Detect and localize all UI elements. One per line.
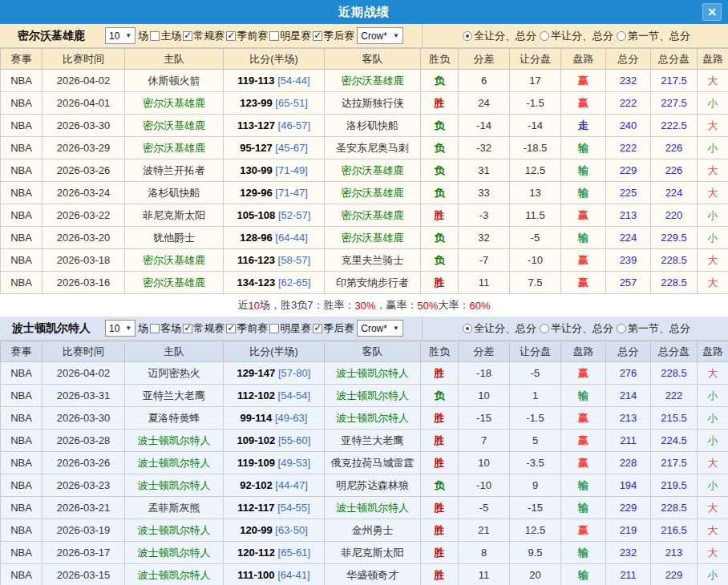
cell-league: NBA <box>1 92 42 115</box>
cell-away-team: 密尔沃基雄鹿 <box>325 227 421 249</box>
cell-score: 116-123 [58-57] <box>224 249 325 272</box>
filter-checkbox[interactable]: 季前赛 <box>224 29 268 43</box>
checkbox-label: 常规赛 <box>193 29 224 43</box>
filter-checkbox[interactable]: 常规赛 <box>181 321 224 336</box>
scope-radio[interactable]: 第一节、总分 <box>617 321 690 336</box>
cell-score: 129-147 [57-80] <box>224 362 325 385</box>
scope-radio[interactable]: 半让分、总分 <box>540 321 613 336</box>
checkbox-icon <box>150 324 160 333</box>
cell-point-diff: 7 <box>459 430 510 452</box>
halftime-score: [71-47] <box>275 187 307 199</box>
bookmaker-select[interactable]: Crow*▼ <box>357 320 403 337</box>
cell-handicap-result: 输 <box>561 182 606 204</box>
game-row: NBA2026-04-02休斯顿火箭119-113 [54-44]密尔沃基雄鹿负… <box>1 70 728 92</box>
cell-date: 2026-03-30 <box>42 407 125 430</box>
column-header: 分差 <box>459 49 510 70</box>
game-row: NBA2026-03-19波士顿凯尔特人120-99 [63-50]金州勇士胜2… <box>1 519 728 542</box>
cell-total-line: 224 <box>651 182 698 204</box>
cell-league: NBA <box>1 137 42 159</box>
checkbox-label: 季前赛 <box>237 321 268 336</box>
summary-stat-value: 30% <box>354 300 375 312</box>
title-bar: 近期战绩 ✕ <box>0 0 728 24</box>
cell-league: NBA <box>1 362 42 385</box>
halftime-score: [54-44] <box>277 75 309 87</box>
scope-radio[interactable]: 第一节、总分 <box>617 29 690 43</box>
cell-total-points: 211 <box>606 564 651 585</box>
cell-over-under: 大 <box>698 272 728 294</box>
filter-left: 密尔沃基雄鹿 10▼ 场 主场常规赛季前赛明星赛季后赛 Crow*▼ <box>0 24 423 47</box>
radio-label: 全让分、总分 <box>474 29 536 43</box>
column-header: 主队 <box>125 49 224 70</box>
bookmaker-value: Crow* <box>361 30 387 42</box>
game-row: NBA2026-04-02迈阿密热火129-147 [57-80]波士顿凯尔特人… <box>1 362 728 385</box>
cell-over-under: 小 <box>698 385 728 407</box>
filter-checkbox[interactable]: 季后赛 <box>311 29 354 43</box>
header-row: 赛事比赛时间主队比分(半场)客队胜负分差让分盘盘路总分总分盘盘路 <box>1 49 728 70</box>
summary-stat-value: 10 <box>248 300 259 312</box>
cell-total-line: 228.5 <box>651 272 698 294</box>
filter-checkbox[interactable]: 明星赛 <box>268 321 311 336</box>
cell-away-team: 波士顿凯尔特人 <box>325 407 421 430</box>
games-count-select[interactable]: 10▼ <box>105 320 135 337</box>
cell-handicap-line: -5 <box>510 362 561 385</box>
cell-score: 129-96 [71-47] <box>224 182 325 204</box>
column-header: 分差 <box>459 341 510 362</box>
cell-score: 134-123 [62-65] <box>224 272 325 294</box>
column-header: 主队 <box>125 341 224 362</box>
cell-date: 2026-03-15 <box>42 564 125 585</box>
game-row: NBA2026-03-20犹他爵士128-96 [64-44]密尔沃基雄鹿负32… <box>1 227 728 249</box>
column-header: 总分 <box>606 341 651 362</box>
cell-handicap-result: 输 <box>561 159 606 182</box>
cell-date: 2026-03-19 <box>42 519 125 542</box>
game-row: NBA2026-03-30密尔沃基雄鹿113-127 [46-57]洛杉矶快船负… <box>1 115 728 137</box>
cell-total-points: 222 <box>606 137 651 159</box>
filter-checkbox[interactable]: 季前赛 <box>224 321 268 336</box>
column-header: 比赛时间 <box>42 49 125 70</box>
final-score: 116-123 <box>237 254 275 266</box>
games-count-select[interactable]: 10▼ <box>105 27 135 44</box>
cell-handicap-line: 12.5 <box>510 519 561 542</box>
filter-checkbox[interactable]: 客场 <box>148 321 181 336</box>
bookmaker-select[interactable]: Crow*▼ <box>357 27 403 44</box>
cell-handicap-result: 走 <box>561 115 606 137</box>
scope-radio[interactable]: 半让分、总分 <box>540 29 613 43</box>
scope-radio[interactable]: 全让分、总分 <box>460 29 536 43</box>
filter-checkbox[interactable]: 常规赛 <box>181 29 224 43</box>
game-row: NBA2026-03-30夏洛特黄蜂99-114 [49-63]波士顿凯尔特人胜… <box>1 407 728 430</box>
cell-handicap-result: 赢 <box>561 272 606 294</box>
cell-handicap-line: 9.5 <box>510 542 561 564</box>
filter-checkbox[interactable]: 季后赛 <box>311 321 354 336</box>
cell-league: NBA <box>1 385 42 407</box>
game-row: NBA2026-04-01密尔沃基雄鹿123-99 [65-51]达拉斯独行侠胜… <box>1 92 728 115</box>
radio-icon <box>617 324 626 333</box>
cell-total-line: 228.5 <box>651 249 698 272</box>
column-header: 总分盘 <box>651 49 698 70</box>
final-score: 109-102 <box>237 434 276 446</box>
cell-win-loss: 负 <box>421 159 459 182</box>
cell-handicap-result: 输 <box>561 137 606 159</box>
final-score: 112-117 <box>237 502 274 514</box>
final-score: 92-102 <box>240 479 272 491</box>
checkbox-icon <box>183 324 192 333</box>
cell-home-team: 波士顿凯尔特人 <box>125 564 224 585</box>
column-header: 比分(半场) <box>224 341 325 362</box>
cell-date: 2026-03-29 <box>42 137 125 159</box>
cell-score: 112-117 [54-55] <box>224 497 325 519</box>
filter-checkbox[interactable]: 主场 <box>148 29 181 43</box>
cell-point-diff: -10 <box>459 474 510 497</box>
radio-label: 第一节、总分 <box>628 29 690 43</box>
cell-handicap-result: 赢 <box>561 430 606 452</box>
cell-total-points: 213 <box>606 407 651 430</box>
cell-score: 120-112 [65-61] <box>224 542 325 564</box>
cell-win-loss: 胜 <box>421 497 459 519</box>
cell-date: 2026-03-20 <box>42 227 125 249</box>
cell-handicap-line: 12.5 <box>510 159 561 182</box>
cell-home-team: 密尔沃基雄鹿 <box>125 137 224 159</box>
scope-radio[interactable]: 全让分、总分 <box>460 321 536 336</box>
cell-over-under: 大 <box>698 249 728 272</box>
close-button[interactable]: ✕ <box>702 3 722 21</box>
filter-checkbox[interactable]: 明星赛 <box>268 29 311 43</box>
cell-handicap-result: 输 <box>561 474 606 497</box>
cell-win-loss: 胜 <box>421 542 459 564</box>
dropdown-arrow-icon: ▼ <box>125 325 131 332</box>
